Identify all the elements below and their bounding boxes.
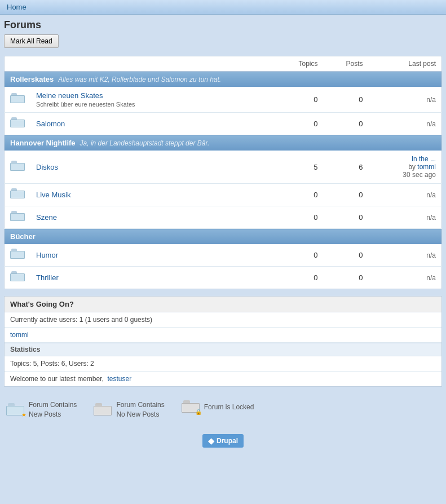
folder-icon — [10, 188, 25, 200]
forum-icon-cell — [5, 244, 31, 267]
page-title: Forums — [4, 19, 442, 31]
forum-topics-count: 5 — [279, 151, 324, 184]
wgo-stats: Topics: 5, Posts: 6, Users: 2 — [5, 356, 441, 372]
folder-icon — [10, 211, 25, 222]
forum-info-cell: Thriller — [30, 267, 279, 289]
lastpost-user-link[interactable]: tommi — [417, 163, 436, 171]
folder-icon — [10, 161, 25, 172]
category-name: Bücher — [10, 232, 36, 241]
whats-going-on-box: What's Going On? Currently active users:… — [4, 296, 442, 387]
lastpost-na: n/a — [426, 214, 436, 222]
table-row: Szene00n/a — [5, 206, 442, 229]
forum-info-cell: Salomon — [30, 113, 279, 135]
topbar: Home — [0, 0, 446, 15]
home-link[interactable]: Home — [7, 3, 27, 11]
forum-name-link[interactable]: Humor — [36, 251, 58, 259]
forum-lastpost-cell: In the ...by tommi30 sec ago — [369, 151, 442, 184]
legend-locked-label: Forum is Locked — [204, 403, 254, 412]
forum-description: Schreibt über eure neuesten Skates — [36, 101, 273, 108]
wgo-welcome-text: Welcome to our latest member, — [10, 375, 104, 383]
legend-no-posts-label: Forum ContainsNo New Posts — [116, 400, 164, 419]
forum-lastpost-cell: n/a — [369, 267, 442, 289]
star-icon: ★ — [21, 412, 27, 418]
forum-info-cell: Humor — [30, 244, 279, 267]
wgo-stats-text: Topics: 5, Posts: 6, Users: 2 — [10, 360, 94, 368]
table-row: Live Musik00n/a — [5, 184, 442, 206]
wgo-statistics-header: Statistics — [5, 343, 441, 356]
legend-item-no-posts: Forum ContainsNo New Posts — [94, 400, 164, 419]
category-row-hannover-nightlife: Hannover NightlifeJa, in der Landeshaupt… — [5, 135, 442, 151]
forum-name-link[interactable]: Live Musik — [36, 191, 70, 199]
legend-item-locked: 🔒 Forum is Locked — [182, 400, 254, 414]
forum-name-link[interactable]: Diskos — [36, 163, 58, 171]
lastpost-link[interactable]: In the ... — [412, 155, 436, 163]
legend-locked-icon: 🔒 — [182, 400, 200, 414]
drupal-icon: ◆ — [208, 436, 214, 445]
forum-topics-count: 0 — [279, 267, 324, 289]
forum-icon-cell — [5, 184, 31, 206]
forum-name-link[interactable]: Salomon — [36, 120, 65, 128]
forum-info-cell: Live Musik — [30, 184, 279, 206]
table-row: Salomon00n/a — [5, 113, 442, 135]
table-row: Thriller00n/a — [5, 267, 442, 289]
lastpost-by: by tommi — [408, 163, 436, 171]
wgo-title: What's Going On? — [5, 297, 441, 312]
posts-col-header: Posts — [324, 56, 369, 72]
folder-icon — [10, 117, 25, 129]
forum-topics-count: 0 — [279, 184, 324, 206]
category-name: Rollerskates — [10, 75, 54, 83]
forum-lastpost-cell: n/a — [369, 87, 442, 113]
forums-table: Topics Posts Last post RollerskatesAlles… — [4, 56, 442, 289]
wgo-active-users: Currently active users: 1 (1 users and 0… — [5, 312, 441, 328]
drupal-footer: ◆ Drupal — [4, 428, 442, 459]
lastpost-na: n/a — [426, 191, 436, 199]
table-header-row: Topics Posts Last post — [5, 56, 442, 72]
forum-icon-cell — [5, 87, 31, 113]
forum-info-cell: Diskos — [30, 151, 279, 184]
legend-new-posts-label: Forum ContainsNew Posts — [29, 400, 77, 419]
forum-topics-count: 0 — [279, 244, 324, 267]
forum-posts-count: 0 — [324, 87, 369, 113]
forum-posts-count: 6 — [324, 151, 369, 184]
forum-posts-count: 0 — [324, 184, 369, 206]
forum-lastpost-cell: n/a — [369, 113, 442, 135]
forum-topics-count: 0 — [279, 206, 324, 229]
forum-posts-count: 0 — [324, 244, 369, 267]
folder-icon — [10, 93, 25, 104]
forum-topics-count: 0 — [279, 113, 324, 135]
forum-icon-cell — [5, 206, 31, 229]
table-row: Diskos56In the ...by tommi30 sec ago — [5, 151, 442, 184]
legend-new-posts-icon: ★ — [6, 403, 24, 417]
latest-member-link[interactable]: testuser — [108, 375, 132, 383]
drupal-label: Drupal — [217, 437, 238, 445]
forum-lastpost-cell: n/a — [369, 244, 442, 267]
forum-name-link[interactable]: Thriller — [36, 273, 59, 282]
lastpost-col-header: Last post — [369, 56, 442, 72]
forum-topics-count: 0 — [279, 87, 324, 113]
lock-icon: 🔒 — [195, 409, 202, 415]
active-user-link[interactable]: tommi — [10, 331, 29, 339]
forum-posts-count: 0 — [324, 206, 369, 229]
forum-icon-cell — [5, 113, 31, 135]
folder-icon — [10, 249, 25, 260]
forum-lastpost-cell: n/a — [369, 184, 442, 206]
table-row: Humor00n/a — [5, 244, 442, 267]
category-description: Alles was mit K2, Rollerblade und Salomo… — [58, 76, 221, 83]
category-row-rollerskates: RollerskatesAlles was mit K2, Rollerblad… — [5, 72, 442, 87]
forum-posts-count: 0 — [324, 113, 369, 135]
lastpost-na: n/a — [426, 96, 436, 104]
lastpost-na: n/a — [426, 251, 436, 259]
legend-item-new-posts: ★ Forum ContainsNew Posts — [6, 400, 77, 419]
lastpost-na: n/a — [426, 120, 436, 128]
mark-all-read-button[interactable]: Mark All Read — [4, 34, 59, 48]
drupal-badge: ◆ Drupal — [202, 434, 244, 448]
forum-name-link[interactable]: Meine neuen Skates — [36, 91, 103, 100]
category-description: Ja, in der Landeshauptstadt steppt der B… — [80, 139, 210, 147]
main-wrapper: Forums Mark All Read Topics Posts Last p… — [2, 19, 444, 459]
forum-lastpost-cell: n/a — [369, 206, 442, 229]
folder-icon — [10, 271, 25, 282]
wgo-user-list: tommi — [5, 328, 441, 343]
wgo-welcome: Welcome to our latest member, testuser — [5, 372, 441, 386]
forum-name-link[interactable]: Szene — [36, 213, 57, 222]
forum-icon-cell — [5, 267, 31, 289]
